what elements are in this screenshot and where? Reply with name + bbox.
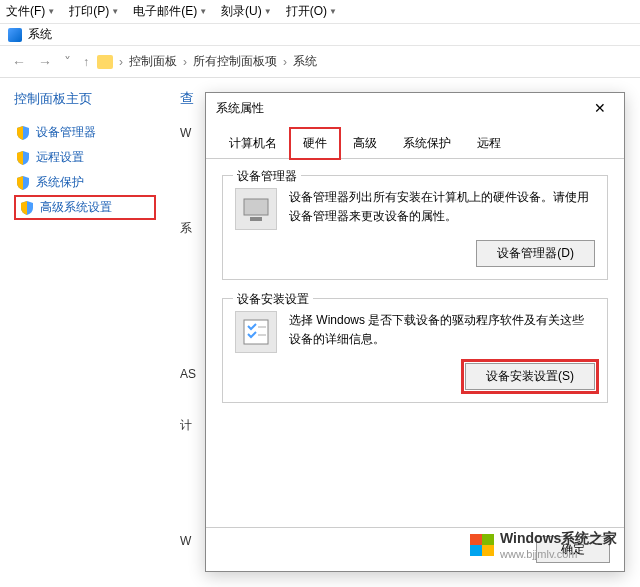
breadcrumb-item[interactable]: 所有控制面板项 <box>193 53 277 70</box>
crumb-sep: › <box>117 55 125 69</box>
svg-rect-1 <box>250 217 262 221</box>
menu-email[interactable]: 电子邮件(E)▼ <box>133 3 207 20</box>
sidebar-item-device-manager[interactable]: 设备管理器 <box>14 120 156 145</box>
nav-up-icon[interactable]: ↑ <box>79 55 93 69</box>
sidebar-item-label: 远程设置 <box>36 149 84 166</box>
svg-rect-0 <box>244 199 268 215</box>
nav-forward-icon[interactable]: → <box>34 54 56 70</box>
window-titlebar: 系统 <box>0 24 640 46</box>
breadcrumb-item[interactable]: 控制面板 <box>129 53 177 70</box>
crumb-sep: › <box>281 55 289 69</box>
chevron-down-icon: ▼ <box>47 7 55 16</box>
menu-print[interactable]: 打印(P)▼ <box>69 3 119 20</box>
tab-hardware[interactable]: 硬件 <box>290 128 340 159</box>
menubar: 文件(F)▼ 打印(P)▼ 电子邮件(E)▼ 刻录(U)▼ 打开(O)▼ <box>0 0 640 24</box>
shield-icon <box>16 151 30 165</box>
chevron-down-icon: ▼ <box>111 7 119 16</box>
tab-remote[interactable]: 远程 <box>464 128 514 159</box>
sidebar-item-remote[interactable]: 远程设置 <box>14 145 156 170</box>
dialog-header: 系统属性 ✕ <box>206 93 624 123</box>
sidebar: 控制面板主页 设备管理器 远程设置 系统保护 高级系统设置 <box>0 78 170 587</box>
shield-icon <box>20 201 34 215</box>
tab-computer-name[interactable]: 计算机名 <box>216 128 290 159</box>
tab-protection[interactable]: 系统保护 <box>390 128 464 159</box>
sidebar-item-label: 高级系统设置 <box>40 199 112 216</box>
install-settings-icon <box>235 311 277 353</box>
dialog-tabs: 计算机名 硬件 高级 系统保护 远程 <box>206 123 624 159</box>
device-manager-button[interactable]: 设备管理器(D) <box>476 240 595 267</box>
menu-burn[interactable]: 刻录(U)▼ <box>221 3 272 20</box>
sidebar-title[interactable]: 控制面板主页 <box>14 90 156 108</box>
window-title: 系统 <box>28 26 52 43</box>
group-description: 选择 Windows 是否下载设备的驱动程序软件及有关这些设备的详细信息。 <box>289 311 595 349</box>
dialog-body: 设备管理器 设备管理器列出所有安装在计算机上的硬件设备。请使用设备管理器来更改设… <box>206 159 624 527</box>
shield-icon <box>16 126 30 140</box>
group-title: 设备管理器 <box>233 168 301 185</box>
breadcrumb-item[interactable]: 系统 <box>293 53 317 70</box>
device-install-group: 设备安装设置 选择 Windows 是否下载设备的驱动程序软件及有关这些设备的详… <box>222 298 608 403</box>
sidebar-item-advanced[interactable]: 高级系统设置 <box>14 195 156 220</box>
windows-logo-icon <box>470 534 494 556</box>
nav-dropdown-icon[interactable]: ˅ <box>60 54 75 70</box>
system-properties-dialog: 系统属性 ✕ 计算机名 硬件 高级 系统保护 远程 设备管理器 设备管理器列出所… <box>205 92 625 572</box>
tab-advanced[interactable]: 高级 <box>340 128 390 159</box>
watermark-url: www.bjjmlv.com <box>500 548 617 560</box>
device-install-settings-button[interactable]: 设备安装设置(S) <box>465 363 595 390</box>
sidebar-item-label: 系统保护 <box>36 174 84 191</box>
chevron-down-icon: ▼ <box>329 7 337 16</box>
close-icon[interactable]: ✕ <box>586 100 614 116</box>
device-manager-icon <box>235 188 277 230</box>
folder-icon <box>97 55 113 69</box>
address-bar: ← → ˅ ↑ › 控制面板 › 所有控制面板项 › 系统 <box>0 46 640 78</box>
watermark: Windows系统之家 www.bjjmlv.com <box>470 530 617 560</box>
system-icon <box>8 28 22 42</box>
crumb-sep: › <box>181 55 189 69</box>
menu-file[interactable]: 文件(F)▼ <box>6 3 55 20</box>
nav-back-icon[interactable]: ← <box>8 54 30 70</box>
sidebar-item-label: 设备管理器 <box>36 124 96 141</box>
watermark-text: Windows系统之家 <box>500 530 617 548</box>
device-manager-group: 设备管理器 设备管理器列出所有安装在计算机上的硬件设备。请使用设备管理器来更改设… <box>222 175 608 280</box>
dialog-title: 系统属性 <box>216 100 264 117</box>
sidebar-item-protection[interactable]: 系统保护 <box>14 170 156 195</box>
group-description: 设备管理器列出所有安装在计算机上的硬件设备。请使用设备管理器来更改设备的属性。 <box>289 188 595 226</box>
shield-icon <box>16 176 30 190</box>
group-title: 设备安装设置 <box>233 291 313 308</box>
chevron-down-icon: ▼ <box>199 7 207 16</box>
chevron-down-icon: ▼ <box>264 7 272 16</box>
menu-open[interactable]: 打开(O)▼ <box>286 3 337 20</box>
